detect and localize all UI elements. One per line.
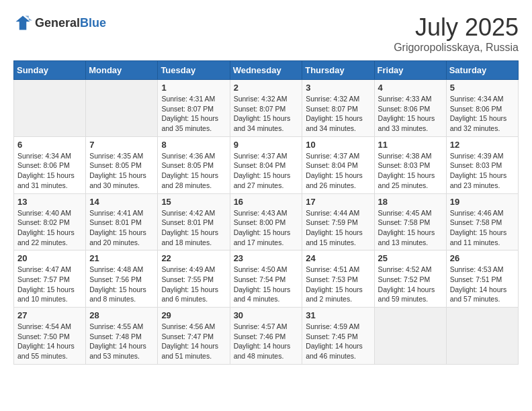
day-number: 1 [161, 83, 226, 93]
day-detail: Sunrise: 4:44 AMSunset: 7:59 PMDaylight:… [306, 208, 370, 248]
calendar-cell [374, 308, 446, 365]
day-detail: Sunrise: 4:57 AMSunset: 7:46 PMDaylight:… [234, 322, 299, 361]
calendar-cell: 28Sunrise: 4:55 AMSunset: 7:48 PMDayligh… [86, 308, 158, 365]
day-number: 28 [89, 310, 154, 320]
logo-blue: Blue [80, 16, 106, 30]
calendar-cell: 18Sunrise: 4:45 AMSunset: 7:58 PMDayligh… [374, 193, 446, 250]
calendar-cell: 3Sunrise: 4:32 AMSunset: 8:07 PMDaylight… [302, 80, 374, 137]
day-number: 13 [17, 197, 82, 207]
day-detail: Sunrise: 4:43 AMSunset: 8:00 PMDaylight:… [234, 208, 299, 248]
logo: GeneralBlue [13, 13, 106, 32]
calendar-cell: 16Sunrise: 4:43 AMSunset: 8:00 PMDayligh… [230, 193, 302, 250]
day-detail: Sunrise: 4:40 AMSunset: 8:02 PMDaylight:… [17, 208, 82, 248]
day-number: 18 [378, 197, 443, 207]
day-detail: Sunrise: 4:50 AMSunset: 7:54 PMDaylight:… [234, 265, 299, 304]
calendar-cell: 9Sunrise: 4:37 AMSunset: 8:04 PMDaylight… [230, 136, 302, 193]
day-detail: Sunrise: 4:41 AMSunset: 8:01 PMDaylight:… [89, 208, 154, 248]
day-number: 12 [450, 140, 515, 150]
calendar-cell: 30Sunrise: 4:57 AMSunset: 7:46 PMDayligh… [230, 308, 302, 365]
calendar-cell: 6Sunrise: 4:34 AMSunset: 8:06 PMDaylight… [14, 136, 86, 193]
day-detail: Sunrise: 4:32 AMSunset: 8:07 PMDaylight:… [306, 94, 370, 134]
day-detail: Sunrise: 4:31 AMSunset: 8:07 PMDaylight:… [161, 94, 226, 134]
calendar-cell: 11Sunrise: 4:38 AMSunset: 8:03 PMDayligh… [374, 136, 446, 193]
day-detail: Sunrise: 4:49 AMSunset: 7:55 PMDaylight:… [161, 265, 226, 304]
day-detail: Sunrise: 4:39 AMSunset: 8:03 PMDaylight:… [450, 151, 515, 191]
calendar-title: July 2025 [394, 13, 519, 42]
calendar-cell: 17Sunrise: 4:44 AMSunset: 7:59 PMDayligh… [302, 193, 374, 250]
day-number: 21 [89, 253, 154, 263]
calendar-cell: 26Sunrise: 4:53 AMSunset: 7:51 PMDayligh… [446, 250, 518, 308]
day-number: 5 [450, 83, 515, 93]
day-detail: Sunrise: 4:48 AMSunset: 7:56 PMDaylight:… [89, 265, 154, 304]
day-detail: Sunrise: 4:55 AMSunset: 7:48 PMDaylight:… [89, 322, 154, 361]
day-detail: Sunrise: 4:53 AMSunset: 7:51 PMDaylight:… [450, 265, 515, 304]
calendar-cell: 10Sunrise: 4:37 AMSunset: 8:04 PMDayligh… [302, 136, 374, 193]
day-number: 29 [161, 310, 226, 320]
day-detail: Sunrise: 4:52 AMSunset: 7:52 PMDaylight:… [378, 265, 443, 304]
weekday-header-monday: Monday [86, 61, 158, 80]
day-number: 19 [450, 197, 515, 207]
calendar-cell: 13Sunrise: 4:40 AMSunset: 8:02 PMDayligh… [14, 193, 86, 250]
day-detail: Sunrise: 4:47 AMSunset: 7:57 PMDaylight:… [17, 265, 82, 304]
day-detail: Sunrise: 4:34 AMSunset: 8:06 PMDaylight:… [17, 151, 82, 191]
calendar-cell [14, 80, 86, 137]
weekday-header-tuesday: Tuesday [158, 61, 230, 80]
calendar-cell: 5Sunrise: 4:34 AMSunset: 8:06 PMDaylight… [446, 80, 518, 137]
day-number: 4 [378, 83, 443, 93]
calendar-cell: 7Sunrise: 4:35 AMSunset: 8:05 PMDaylight… [86, 136, 158, 193]
day-number: 8 [161, 140, 226, 150]
day-number: 30 [234, 310, 299, 320]
day-detail: Sunrise: 4:56 AMSunset: 7:47 PMDaylight:… [161, 322, 226, 361]
day-number: 20 [17, 253, 82, 263]
day-number: 9 [234, 140, 299, 150]
day-detail: Sunrise: 4:36 AMSunset: 8:05 PMDaylight:… [161, 151, 226, 191]
calendar-cell [446, 308, 518, 365]
day-detail: Sunrise: 4:38 AMSunset: 8:03 PMDaylight:… [378, 151, 443, 191]
calendar-cell: 20Sunrise: 4:47 AMSunset: 7:57 PMDayligh… [14, 250, 86, 308]
week-row-3: 13Sunrise: 4:40 AMSunset: 8:02 PMDayligh… [14, 193, 519, 250]
day-number: 3 [306, 83, 370, 93]
day-number: 7 [89, 140, 154, 150]
day-detail: Sunrise: 4:59 AMSunset: 7:45 PMDaylight:… [306, 322, 370, 361]
day-detail: Sunrise: 4:45 AMSunset: 7:58 PMDaylight:… [378, 208, 443, 248]
day-number: 16 [234, 197, 299, 207]
calendar-cell: 19Sunrise: 4:46 AMSunset: 7:58 PMDayligh… [446, 193, 518, 250]
weekday-header-sunday: Sunday [14, 61, 86, 80]
day-detail: Sunrise: 4:37 AMSunset: 8:04 PMDaylight:… [234, 151, 299, 191]
day-number: 2 [234, 83, 299, 93]
weekday-header-saturday: Saturday [446, 61, 518, 80]
week-row-2: 6Sunrise: 4:34 AMSunset: 8:06 PMDaylight… [14, 136, 519, 193]
calendar-cell: 8Sunrise: 4:36 AMSunset: 8:05 PMDaylight… [158, 136, 230, 193]
day-number: 27 [17, 310, 82, 320]
day-number: 31 [306, 310, 370, 320]
day-number: 14 [89, 197, 154, 207]
weekday-header-friday: Friday [374, 61, 446, 80]
page-header: GeneralBlue July 2025 Grigoropolisskaya,… [13, 13, 519, 54]
calendar-cell: 22Sunrise: 4:49 AMSunset: 7:55 PMDayligh… [158, 250, 230, 308]
day-detail: Sunrise: 4:54 AMSunset: 7:50 PMDaylight:… [17, 322, 82, 361]
day-number: 11 [378, 140, 443, 150]
calendar-cell: 31Sunrise: 4:59 AMSunset: 7:45 PMDayligh… [302, 308, 374, 365]
calendar-cell: 14Sunrise: 4:41 AMSunset: 8:01 PMDayligh… [86, 193, 158, 250]
svg-marker-0 [16, 16, 30, 30]
logo-general: General [35, 16, 80, 30]
day-number: 15 [161, 197, 226, 207]
calendar-cell: 24Sunrise: 4:51 AMSunset: 7:53 PMDayligh… [302, 250, 374, 308]
title-block: July 2025 Grigoropolisskaya, Russia [394, 13, 519, 54]
calendar-cell: 25Sunrise: 4:52 AMSunset: 7:52 PMDayligh… [374, 250, 446, 308]
calendar-cell: 12Sunrise: 4:39 AMSunset: 8:03 PMDayligh… [446, 136, 518, 193]
day-detail: Sunrise: 4:33 AMSunset: 8:06 PMDaylight:… [378, 94, 443, 134]
weekday-header-thursday: Thursday [302, 61, 374, 80]
calendar-cell: 27Sunrise: 4:54 AMSunset: 7:50 PMDayligh… [14, 308, 86, 365]
calendar-cell: 2Sunrise: 4:32 AMSunset: 8:07 PMDaylight… [230, 80, 302, 137]
week-row-5: 27Sunrise: 4:54 AMSunset: 7:50 PMDayligh… [14, 308, 519, 365]
calendar-cell: 21Sunrise: 4:48 AMSunset: 7:56 PMDayligh… [86, 250, 158, 308]
day-number: 26 [450, 253, 515, 263]
day-number: 17 [306, 197, 370, 207]
week-row-4: 20Sunrise: 4:47 AMSunset: 7:57 PMDayligh… [14, 250, 519, 308]
day-detail: Sunrise: 4:51 AMSunset: 7:53 PMDaylight:… [306, 265, 370, 304]
day-detail: Sunrise: 4:42 AMSunset: 8:01 PMDaylight:… [161, 208, 226, 248]
day-number: 24 [306, 253, 370, 263]
calendar-cell: 15Sunrise: 4:42 AMSunset: 8:01 PMDayligh… [158, 193, 230, 250]
calendar-cell: 29Sunrise: 4:56 AMSunset: 7:47 PMDayligh… [158, 308, 230, 365]
